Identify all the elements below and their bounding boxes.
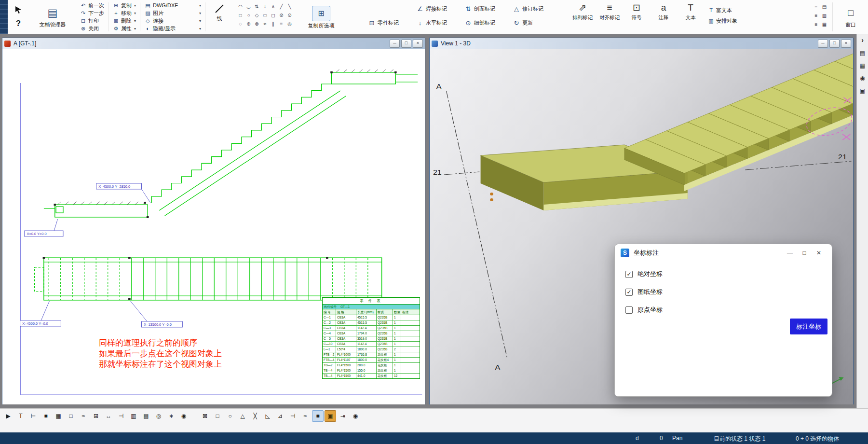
annotate-coordinates-button[interactable]: 标注坐标 bbox=[790, 319, 827, 334]
sketch-tool-icon[interactable]: ◎ bbox=[285, 20, 294, 28]
help-icon[interactable]: ? bbox=[16, 19, 21, 28]
bottom-tool-icon[interactable]: ■ bbox=[40, 410, 52, 422]
bottom-tool-icon[interactable]: ▦ bbox=[53, 410, 64, 422]
drawing-window-titlebar[interactable]: A [GT-.1] ─ □ × bbox=[2, 38, 425, 49]
sketch-tool-icon[interactable]: ▭ bbox=[261, 11, 269, 19]
side-tool-icon[interactable]: ▦ bbox=[860, 62, 865, 69]
ribbon-nav-item[interactable]: ↷下一步 bbox=[80, 9, 104, 17]
sketch-tool-icon[interactable]: ◻ bbox=[269, 11, 277, 19]
dropdown-caret-icon[interactable]: ▾ bbox=[199, 11, 201, 15]
list-tool-icon[interactable]: ≡ bbox=[812, 3, 820, 11]
ribbon-insert-item[interactable]: ▨图片▾ bbox=[144, 9, 201, 17]
bottom-tool-icon[interactable]: △ bbox=[237, 410, 248, 422]
sketch-tool-icon[interactable]: ╱ bbox=[277, 2, 285, 11]
bottom-tool-icon[interactable]: ◎ bbox=[153, 410, 164, 422]
drawing-window[interactable]: A [GT-.1] ─ □ × bbox=[2, 38, 425, 404]
bottom-tool-icon[interactable]: ⇥ bbox=[337, 410, 349, 422]
sketch-tool-icon[interactable]: ≈ bbox=[261, 20, 269, 28]
sketch-tool-icon[interactable]: ◡ bbox=[244, 2, 253, 11]
bottom-tool-icon[interactable]: ⊣ bbox=[287, 410, 298, 422]
side-tool-icon[interactable]: ▣ bbox=[860, 87, 865, 94]
bottom-tool-icon[interactable]: ▣ bbox=[325, 410, 336, 422]
sketch-tool-icon[interactable]: ○ bbox=[244, 11, 253, 19]
ribbon-big-button[interactable]: ⊡符号 bbox=[623, 1, 650, 34]
bottom-tool-icon[interactable]: ⊿ bbox=[274, 410, 286, 422]
ribbon-big-button[interactable]: ≡对齐标记 bbox=[596, 1, 623, 34]
sketch-tool-icon[interactable]: ⊕ bbox=[244, 20, 253, 28]
ribbon-big-button[interactable]: ⇗排列标记 bbox=[569, 1, 596, 34]
bottom-tool-icon[interactable]: □ bbox=[212, 410, 223, 422]
copy-selected-button[interactable]: ⊞ 复制所选项 bbox=[297, 0, 345, 34]
bottom-tool-icon[interactable]: ○ bbox=[224, 410, 236, 422]
sketch-tool-icon[interactable]: ↕ bbox=[261, 2, 269, 11]
minimize-button[interactable]: ─ bbox=[818, 40, 828, 48]
bottom-tool-icon[interactable]: ◉ bbox=[350, 410, 361, 422]
dialog-maximize-button[interactable]: □ bbox=[797, 247, 812, 259]
sketch-tool-icon[interactable]: ⊗ bbox=[253, 20, 261, 28]
ribbon-insert-item[interactable]: ◇连接▾ bbox=[144, 17, 201, 25]
ribbon-right-item[interactable]: T富文本 bbox=[707, 5, 737, 15]
dropdown-caret-icon[interactable]: ▾ bbox=[199, 19, 201, 23]
ribbon-right-item[interactable]: ▥安排对象 bbox=[707, 15, 737, 26]
ribbon-edit-item[interactable]: ⚙属性▾ bbox=[112, 25, 136, 32]
sketch-tool-icon[interactable]: ◠ bbox=[236, 2, 244, 11]
ribbon-nav-item[interactable]: ⊗关闭 bbox=[80, 25, 104, 32]
mark-item[interactable]: ⊟零件标记 bbox=[367, 17, 416, 28]
drawing-canvas[interactable]: X=4500.0 Y=2850.0 X=0.0 Y=0.0 X=4500.0 Y… bbox=[2, 49, 425, 404]
sketch-tool-icon[interactable]: ⇅ bbox=[253, 2, 261, 11]
model-3d-titlebar[interactable]: View 1 - 3D ─ □ × bbox=[430, 38, 853, 49]
sketch-tool-icon[interactable]: ◌ bbox=[236, 20, 244, 28]
bottom-tool-icon[interactable]: ◉ bbox=[178, 410, 190, 422]
sketch-tool-icon[interactable]: ⊙ bbox=[285, 11, 294, 19]
dialog-close-button[interactable]: ✕ bbox=[812, 247, 826, 259]
mark-item[interactable]: ∠焊接标记 bbox=[416, 3, 464, 14]
mark-item[interactable]: ⊙细部标记 bbox=[464, 17, 512, 28]
list-tool-icon[interactable]: ▤ bbox=[820, 3, 828, 11]
sketch-tool-icon[interactable]: ◇ bbox=[253, 11, 261, 19]
list-tool-icon[interactable]: ≡ bbox=[812, 12, 820, 20]
bottom-tool-icon[interactable]: ⊠ bbox=[199, 410, 211, 422]
bottom-tool-icon[interactable]: ≈ bbox=[299, 410, 311, 422]
dialog-titlebar[interactable]: S 坐标标注 — □ ✕ bbox=[615, 244, 832, 262]
side-tool-icon[interactable]: ◉ bbox=[860, 75, 865, 82]
bottom-tool-icon[interactable]: ⊣ bbox=[115, 410, 127, 422]
dropdown-caret-icon[interactable]: ▾ bbox=[199, 27, 201, 31]
sketch-tool-icon[interactable]: □ bbox=[236, 11, 244, 19]
bottom-tool-icon[interactable]: T bbox=[15, 410, 27, 422]
window-button[interactable]: □ 窗口 bbox=[833, 0, 868, 34]
ribbon-big-button[interactable]: a注释 bbox=[650, 1, 677, 34]
bottom-tool-icon[interactable]: ▥ bbox=[128, 410, 139, 422]
ribbon-edit-item[interactable]: ⊠删除▾ bbox=[112, 17, 136, 25]
line-tool-button[interactable]: 线 bbox=[206, 0, 233, 34]
list-tool-icon[interactable]: ▥ bbox=[820, 12, 828, 20]
bottom-tool-icon[interactable]: ╳ bbox=[249, 410, 261, 422]
ribbon-insert-item[interactable]: ◐隐藏/显示▾ bbox=[144, 25, 201, 32]
dropdown-caret-icon[interactable]: ▾ bbox=[134, 27, 136, 31]
side-tool-icon[interactable]: › bbox=[861, 36, 864, 44]
bottom-tool-icon[interactable]: ∗ bbox=[165, 410, 177, 422]
bottom-tool-icon[interactable]: ▶ bbox=[2, 410, 14, 422]
restore-button[interactable]: □ bbox=[401, 40, 411, 48]
mark-item[interactable]: ↻更新 bbox=[512, 17, 560, 28]
bottom-tool-icon[interactable]: ⊢ bbox=[27, 410, 39, 422]
close-button[interactable]: × bbox=[413, 40, 423, 48]
dropdown-caret-icon[interactable]: ▾ bbox=[199, 3, 201, 8]
checkbox[interactable] bbox=[625, 306, 633, 314]
ribbon-big-button[interactable]: T文本 bbox=[677, 1, 704, 34]
sketch-tool-icon[interactable]: ╲ bbox=[285, 2, 294, 11]
sketch-tool-icon[interactable]: ∥ bbox=[269, 20, 277, 28]
cursor-arrow-icon[interactable] bbox=[14, 6, 22, 14]
checkbox[interactable]: ✓ bbox=[625, 271, 633, 278]
mark-item[interactable]: ⇅剖面标记 bbox=[464, 3, 512, 14]
ribbon-edit-item[interactable]: ⊞复制▾ bbox=[112, 1, 136, 9]
sketch-tool-icon[interactable]: ∧ bbox=[269, 2, 277, 11]
ribbon-nav-item[interactable]: ⊟打印 bbox=[80, 17, 104, 25]
list-tool-icon[interactable]: ▦ bbox=[820, 20, 828, 28]
dropdown-caret-icon[interactable]: ▾ bbox=[134, 19, 136, 23]
side-tool-icon[interactable]: ▤ bbox=[860, 50, 865, 56]
dropdown-caret-icon[interactable]: ▾ bbox=[134, 11, 136, 15]
mark-item[interactable]: △修订标记 bbox=[512, 3, 560, 14]
bottom-tool-icon[interactable]: ▤ bbox=[140, 410, 152, 422]
bottom-tool-icon[interactable]: ≈ bbox=[78, 410, 89, 422]
checkbox[interactable]: ✓ bbox=[625, 289, 633, 296]
